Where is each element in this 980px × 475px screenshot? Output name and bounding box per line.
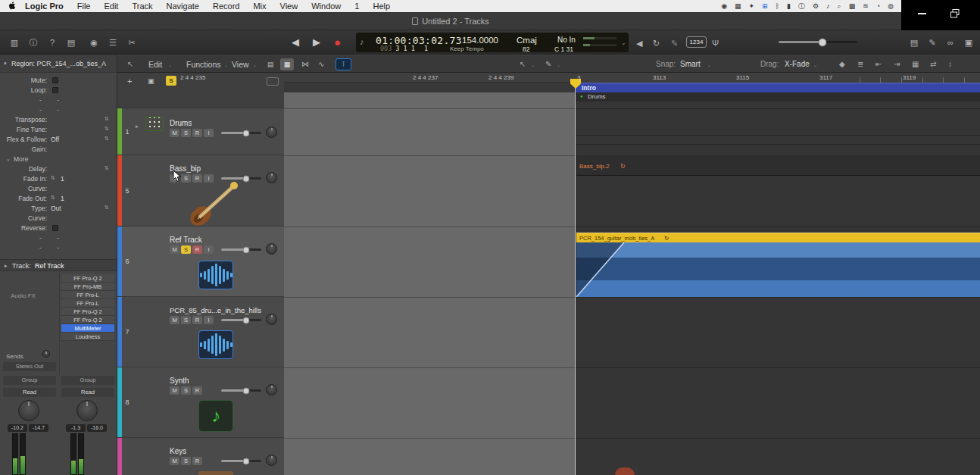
flex-icon[interactable]: ∿ bbox=[318, 60, 324, 69]
track-row-bass[interactable]: 5 Bass_bip M S R I bbox=[117, 155, 284, 227]
pencil-tool-icon[interactable]: ✎ bbox=[545, 60, 551, 69]
functions-menu[interactable]: Functions bbox=[186, 60, 221, 69]
input-monitor-button[interactable]: I bbox=[204, 316, 214, 324]
lcd-key-sub[interactable]: 82 bbox=[523, 45, 529, 53]
solo-button[interactable]: S bbox=[181, 129, 191, 137]
track-disclosure-icon[interactable]: ▸ bbox=[136, 123, 139, 130]
plugin-slot[interactable]: FF Pro-L bbox=[61, 299, 114, 308]
solo-button[interactable]: S bbox=[181, 316, 191, 324]
snap-value[interactable]: Smart bbox=[680, 60, 701, 68]
track-pan-knob[interactable] bbox=[266, 314, 277, 325]
lcd-tempo[interactable]: 154.0000 bbox=[462, 36, 498, 45]
group-button-right[interactable]: Group bbox=[61, 376, 114, 385]
reverse-checkbox[interactable] bbox=[52, 225, 58, 231]
master-volume-slider[interactable] bbox=[779, 41, 857, 43]
smart-controls-icon[interactable]: ◉ bbox=[87, 36, 101, 49]
record-enable-button[interactable]: R bbox=[192, 245, 202, 254]
track-volume-slider[interactable] bbox=[221, 460, 261, 462]
control-center-icon[interactable]: ▩ bbox=[849, 0, 856, 12]
track-pan-knob[interactable] bbox=[266, 127, 277, 138]
snap-chevron-icon[interactable]: ⌄ bbox=[707, 62, 711, 67]
plugin-slot[interactable]: Loudness bbox=[61, 333, 114, 341]
fade-in-value[interactable]: 1 bbox=[61, 175, 64, 183]
list-editors-icon[interactable]: ▤ bbox=[907, 36, 921, 49]
play-button[interactable]: ▶ bbox=[313, 36, 320, 49]
grid-view-icon[interactable]: ▤ bbox=[264, 58, 277, 70]
fade-in-stepper[interactable]: ⇅ bbox=[51, 175, 55, 181]
catch-playhead-icon[interactable]: ↖ bbox=[127, 60, 133, 69]
inspector-icon[interactable]: ⓘ bbox=[27, 36, 40, 49]
loop-checkbox[interactable] bbox=[52, 87, 58, 93]
record-enable-button[interactable]: R bbox=[192, 457, 202, 465]
record-button[interactable]: ● bbox=[334, 36, 341, 49]
region-audio-waveform[interactable] bbox=[576, 242, 980, 297]
track-name[interactable]: Synth bbox=[170, 377, 189, 385]
crossfade-tool-icon[interactable]: ⋈ bbox=[301, 60, 309, 69]
record-enable-button[interactable]: R bbox=[192, 129, 202, 137]
menu-window-count[interactable]: 1 bbox=[348, 2, 366, 11]
plugin-slot[interactable]: FF Pro-Q 2 bbox=[61, 308, 114, 316]
drums-track-icon[interactable] bbox=[145, 117, 164, 131]
bar-ruler[interactable] bbox=[284, 73, 980, 83]
track-volume-slider[interactable] bbox=[221, 132, 261, 134]
bluetooth-icon[interactable]: ᛒ bbox=[776, 0, 779, 12]
plugin-slot[interactable]: FF Pro-L bbox=[61, 291, 114, 299]
plugin-slot-selected[interactable]: MultiMeter bbox=[61, 324, 114, 333]
browsers-icon[interactable]: ▣ bbox=[962, 36, 975, 49]
bass-guitar-icon[interactable] bbox=[186, 180, 246, 227]
group-button-left[interactable]: Group bbox=[3, 376, 56, 385]
apple-menu-icon[interactable] bbox=[5, 1, 18, 12]
drag-chevron-icon[interactable]: ⌄ bbox=[813, 62, 817, 67]
pan-knob-right[interactable] bbox=[76, 400, 98, 421]
drums-region-lane[interactable]: ● Drums bbox=[576, 92, 980, 102]
loop-browser-icon[interactable]: ∞ bbox=[944, 36, 957, 49]
rewind-button[interactable]: ◀ bbox=[292, 36, 299, 49]
zoom-preset-icon[interactable]: ≣ bbox=[857, 60, 863, 69]
record-enable-button[interactable]: R bbox=[192, 316, 202, 324]
menu-window[interactable]: Window bbox=[304, 2, 348, 11]
delay-stepper[interactable]: ⇅ bbox=[105, 165, 109, 171]
gear-icon[interactable]: ⚙ bbox=[813, 0, 819, 12]
plugin-slot[interactable]: FF Pro-Q 2 bbox=[61, 274, 114, 283]
track-disclosure-icon[interactable]: ▸ bbox=[5, 263, 8, 269]
peak-value[interactable]: -16.0 bbox=[87, 424, 107, 432]
track-row-synth[interactable]: 8 Synth M S R ♪ bbox=[117, 367, 284, 438]
track-inspector-header[interactable]: ▸ Track: Ref Track bbox=[0, 259, 117, 271]
track-stack-icon[interactable]: ▣ bbox=[148, 76, 154, 86]
info-icon[interactable]: ⓘ bbox=[798, 0, 805, 12]
fade-out-value[interactable]: 1 bbox=[61, 195, 64, 202]
user-switch-icon[interactable]: ◍ bbox=[888, 0, 894, 12]
output-button[interactable]: Stereo Out bbox=[3, 362, 56, 371]
lcd-bar-position[interactable]: 0033 1 11 bbox=[380, 45, 428, 52]
menu-track[interactable]: Track bbox=[125, 2, 159, 11]
mute-button[interactable]: M bbox=[170, 457, 179, 465]
pointer-tool-icon[interactable]: ↖ bbox=[520, 60, 526, 69]
fade-out-stepper[interactable]: ⇅ bbox=[51, 195, 55, 201]
menu-view[interactable]: View bbox=[273, 2, 305, 11]
more-section-label[interactable]: More bbox=[14, 155, 28, 163]
record-enable-button[interactable]: R bbox=[192, 386, 202, 395]
flex-follow-stepper[interactable]: ⇅ bbox=[105, 136, 109, 142]
solo-button-active[interactable]: S bbox=[181, 245, 191, 254]
library-icon[interactable]: ▥ bbox=[8, 36, 21, 49]
region-inspector-header[interactable]: ▾ Region: PCR_154_...ob_ties_A bbox=[0, 55, 117, 73]
track-volume-slider[interactable] bbox=[221, 389, 261, 392]
automation-read-button-right[interactable]: Read bbox=[61, 388, 114, 397]
menu-file[interactable]: File bbox=[70, 2, 98, 11]
view-menu[interactable]: View bbox=[232, 60, 249, 69]
playhead-line[interactable] bbox=[575, 79, 576, 475]
track-volume-slider[interactable] bbox=[221, 319, 261, 321]
solo-button[interactable]: S bbox=[181, 457, 191, 465]
solo-button[interactable]: S bbox=[181, 386, 191, 395]
battery-icon[interactable]: ▮ bbox=[787, 0, 791, 12]
go-to-end-icon[interactable]: ⇥ bbox=[894, 60, 900, 69]
add-track-button[interactable]: + bbox=[127, 76, 132, 86]
master-volume-thumb[interactable] bbox=[819, 38, 827, 46]
track-name[interactable]: PCR_85_dru...e_in_the_hills bbox=[170, 306, 261, 314]
keys-track-icon[interactable] bbox=[198, 471, 233, 475]
track-header-config-button[interactable] bbox=[267, 77, 279, 86]
menu-edit[interactable]: Edit bbox=[97, 2, 125, 11]
replace-icon[interactable]: ✎ bbox=[671, 37, 678, 49]
scroll-link-icon[interactable]: ⇄ bbox=[930, 60, 936, 69]
menu-navigate[interactable]: Navigate bbox=[160, 2, 206, 11]
